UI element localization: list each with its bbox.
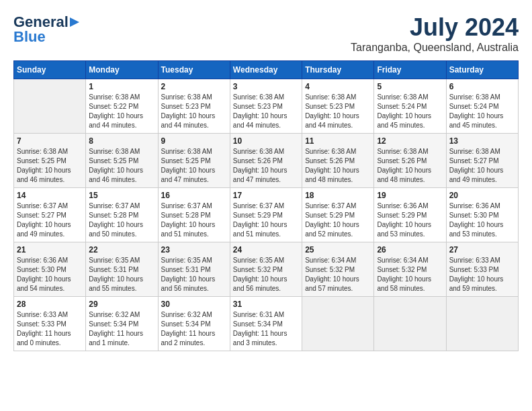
calendar-cell: 6Sunrise: 6:38 AM Sunset: 5:24 PM Daylig… xyxy=(446,79,518,134)
calendar-cell: 9Sunrise: 6:38 AM Sunset: 5:25 PM Daylig… xyxy=(158,134,230,188)
location-title: Taranganba, Queensland, Australia xyxy=(351,42,519,54)
day-info: Sunrise: 6:33 AM Sunset: 5:33 PM Dayligh… xyxy=(449,256,515,293)
calendar-cell xyxy=(374,297,446,351)
day-info: Sunrise: 6:35 AM Sunset: 5:31 PM Dayligh… xyxy=(161,256,227,293)
day-number: 21 xyxy=(17,245,83,255)
day-number: 17 xyxy=(233,191,299,200)
day-info: Sunrise: 6:36 AM Sunset: 5:30 PM Dayligh… xyxy=(449,201,515,239)
day-number: 2 xyxy=(161,82,227,91)
calendar-table: SundayMondayTuesdayWednesdayThursdayFrid… xyxy=(13,60,519,351)
day-info: Sunrise: 6:32 AM Sunset: 5:34 PM Dayligh… xyxy=(161,310,227,348)
calendar-cell: 10Sunrise: 6:38 AM Sunset: 5:26 PM Dayli… xyxy=(230,134,302,188)
day-number: 7 xyxy=(17,136,83,146)
day-number: 16 xyxy=(161,191,227,200)
page-header: General Blue July 2024 Taranganba, Queen… xyxy=(13,13,519,54)
calendar-week-4: 21Sunrise: 6:36 AM Sunset: 5:30 PM Dayli… xyxy=(14,242,519,297)
day-number: 27 xyxy=(449,245,515,255)
calendar-cell: 13Sunrise: 6:38 AM Sunset: 5:27 PM Dayli… xyxy=(446,134,518,188)
svg-marker-0 xyxy=(70,17,79,27)
calendar-cell: 28Sunrise: 6:33 AM Sunset: 5:33 PM Dayli… xyxy=(14,297,86,351)
weekday-header-saturday: Saturday xyxy=(446,61,518,79)
calendar-week-1: 1Sunrise: 6:38 AM Sunset: 5:22 PM Daylig… xyxy=(14,79,519,134)
day-number: 30 xyxy=(161,300,227,309)
day-info: Sunrise: 6:38 AM Sunset: 5:27 PM Dayligh… xyxy=(449,147,515,185)
calendar-cell: 24Sunrise: 6:35 AM Sunset: 5:32 PM Dayli… xyxy=(230,242,302,297)
day-info: Sunrise: 6:35 AM Sunset: 5:32 PM Dayligh… xyxy=(233,256,299,293)
day-number: 4 xyxy=(305,82,371,91)
day-number: 14 xyxy=(17,191,83,200)
day-info: Sunrise: 6:32 AM Sunset: 5:34 PM Dayligh… xyxy=(89,310,154,348)
day-info: Sunrise: 6:37 AM Sunset: 5:28 PM Dayligh… xyxy=(89,201,154,239)
calendar-cell xyxy=(446,297,518,351)
weekday-header-monday: Monday xyxy=(86,61,158,79)
day-info: Sunrise: 6:38 AM Sunset: 5:26 PM Dayligh… xyxy=(377,147,443,185)
calendar-cell: 14Sunrise: 6:37 AM Sunset: 5:27 PM Dayli… xyxy=(14,188,86,242)
calendar-week-2: 7Sunrise: 6:38 AM Sunset: 5:25 PM Daylig… xyxy=(14,134,519,188)
day-info: Sunrise: 6:34 AM Sunset: 5:32 PM Dayligh… xyxy=(305,256,371,293)
calendar-cell: 31Sunrise: 6:31 AM Sunset: 5:34 PM Dayli… xyxy=(230,297,302,351)
day-number: 8 xyxy=(89,136,154,146)
calendar-cell: 7Sunrise: 6:38 AM Sunset: 5:25 PM Daylig… xyxy=(14,134,86,188)
calendar-cell: 22Sunrise: 6:35 AM Sunset: 5:31 PM Dayli… xyxy=(86,242,158,297)
day-number: 1 xyxy=(89,82,154,91)
calendar-cell: 25Sunrise: 6:34 AM Sunset: 5:32 PM Dayli… xyxy=(302,242,374,297)
day-number: 12 xyxy=(377,136,443,146)
day-number: 23 xyxy=(161,245,227,255)
calendar-header-row: SundayMondayTuesdayWednesdayThursdayFrid… xyxy=(14,61,519,79)
day-number: 18 xyxy=(305,191,371,200)
calendar-cell: 4Sunrise: 6:38 AM Sunset: 5:23 PM Daylig… xyxy=(302,79,374,134)
weekday-header-friday: Friday xyxy=(374,61,446,79)
day-number: 22 xyxy=(89,245,154,255)
day-info: Sunrise: 6:38 AM Sunset: 5:26 PM Dayligh… xyxy=(233,147,299,185)
calendar-cell: 29Sunrise: 6:32 AM Sunset: 5:34 PM Dayli… xyxy=(86,297,158,351)
day-info: Sunrise: 6:38 AM Sunset: 5:24 PM Dayligh… xyxy=(377,93,443,130)
logo: General Blue xyxy=(13,13,83,46)
title-block: July 2024 Taranganba, Queensland, Austra… xyxy=(351,13,519,54)
calendar-cell xyxy=(302,297,374,351)
calendar-cell: 8Sunrise: 6:38 AM Sunset: 5:25 PM Daylig… xyxy=(86,134,158,188)
day-info: Sunrise: 6:38 AM Sunset: 5:23 PM Dayligh… xyxy=(233,93,299,130)
day-info: Sunrise: 6:36 AM Sunset: 5:30 PM Dayligh… xyxy=(17,256,83,293)
day-info: Sunrise: 6:31 AM Sunset: 5:34 PM Dayligh… xyxy=(233,310,299,348)
day-info: Sunrise: 6:37 AM Sunset: 5:29 PM Dayligh… xyxy=(233,201,299,239)
day-number: 9 xyxy=(161,136,227,146)
day-info: Sunrise: 6:36 AM Sunset: 5:29 PM Dayligh… xyxy=(377,201,443,239)
day-number: 31 xyxy=(233,300,299,309)
calendar-cell: 11Sunrise: 6:38 AM Sunset: 5:26 PM Dayli… xyxy=(302,134,374,188)
calendar-cell: 21Sunrise: 6:36 AM Sunset: 5:30 PM Dayli… xyxy=(14,242,86,297)
calendar-cell: 15Sunrise: 6:37 AM Sunset: 5:28 PM Dayli… xyxy=(86,188,158,242)
calendar-cell: 3Sunrise: 6:38 AM Sunset: 5:23 PM Daylig… xyxy=(230,79,302,134)
day-number: 15 xyxy=(89,191,154,200)
day-info: Sunrise: 6:37 AM Sunset: 5:28 PM Dayligh… xyxy=(161,201,227,239)
calendar-cell: 2Sunrise: 6:38 AM Sunset: 5:23 PM Daylig… xyxy=(158,79,230,134)
day-number: 28 xyxy=(17,300,83,309)
day-number: 11 xyxy=(305,136,371,146)
day-info: Sunrise: 6:35 AM Sunset: 5:31 PM Dayligh… xyxy=(89,256,154,293)
day-info: Sunrise: 6:34 AM Sunset: 5:32 PM Dayligh… xyxy=(377,256,443,293)
weekday-header-thursday: Thursday xyxy=(302,61,374,79)
day-number: 19 xyxy=(377,191,443,200)
day-info: Sunrise: 6:33 AM Sunset: 5:33 PM Dayligh… xyxy=(17,310,83,348)
calendar-cell: 19Sunrise: 6:36 AM Sunset: 5:29 PM Dayli… xyxy=(374,188,446,242)
calendar-cell: 23Sunrise: 6:35 AM Sunset: 5:31 PM Dayli… xyxy=(158,242,230,297)
logo-arrow-icon xyxy=(70,15,83,29)
day-info: Sunrise: 6:37 AM Sunset: 5:27 PM Dayligh… xyxy=(17,201,83,239)
weekday-header-tuesday: Tuesday xyxy=(158,61,230,79)
day-info: Sunrise: 6:38 AM Sunset: 5:25 PM Dayligh… xyxy=(89,147,154,185)
calendar-week-5: 28Sunrise: 6:33 AM Sunset: 5:33 PM Dayli… xyxy=(14,297,519,351)
calendar-cell xyxy=(14,79,86,134)
calendar-cell: 27Sunrise: 6:33 AM Sunset: 5:33 PM Dayli… xyxy=(446,242,518,297)
day-number: 13 xyxy=(449,136,515,146)
calendar-cell: 20Sunrise: 6:36 AM Sunset: 5:30 PM Dayli… xyxy=(446,188,518,242)
day-info: Sunrise: 6:38 AM Sunset: 5:24 PM Dayligh… xyxy=(449,93,515,130)
day-info: Sunrise: 6:38 AM Sunset: 5:23 PM Dayligh… xyxy=(161,93,227,130)
calendar-cell: 1Sunrise: 6:38 AM Sunset: 5:22 PM Daylig… xyxy=(86,79,158,134)
day-info: Sunrise: 6:38 AM Sunset: 5:25 PM Dayligh… xyxy=(161,147,227,185)
day-info: Sunrise: 6:38 AM Sunset: 5:25 PM Dayligh… xyxy=(17,147,83,185)
calendar-cell: 16Sunrise: 6:37 AM Sunset: 5:28 PM Dayli… xyxy=(158,188,230,242)
day-info: Sunrise: 6:38 AM Sunset: 5:22 PM Dayligh… xyxy=(89,93,154,130)
logo-blue: Blue xyxy=(13,28,46,46)
weekday-header-wednesday: Wednesday xyxy=(230,61,302,79)
calendar-cell: 26Sunrise: 6:34 AM Sunset: 5:32 PM Dayli… xyxy=(374,242,446,297)
day-number: 5 xyxy=(377,82,443,91)
